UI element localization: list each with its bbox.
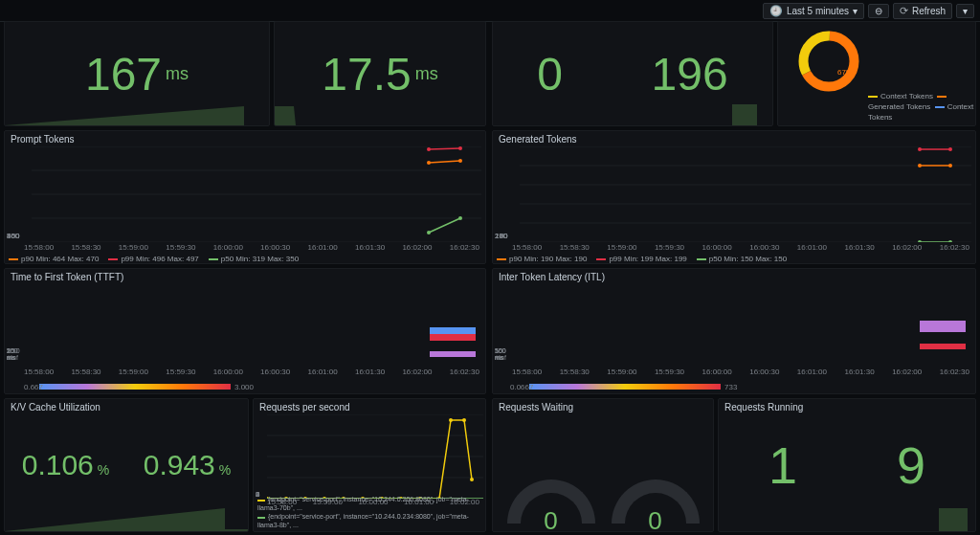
stat-unit: ms	[166, 64, 189, 84]
svg-point-22	[918, 147, 922, 151]
stat-value: 167	[85, 48, 162, 100]
svg-point-11	[458, 146, 462, 150]
gauge: 0 {__name__="num_reque...	[612, 479, 700, 532]
panel-title: Requests Waiting	[499, 402, 573, 412]
svg-rect-33	[920, 344, 966, 349]
svg-point-24	[918, 164, 922, 167]
svg-marker-0	[5, 106, 270, 125]
line-chart	[520, 146, 971, 242]
sparkline	[719, 504, 976, 531]
stat-value: 0	[537, 48, 563, 100]
panel-title: Time to First Token (TTFT)	[11, 272, 123, 282]
stat-value: 0.106	[22, 449, 94, 480]
legend: p90 Min: 464 Max: 470 p99 Min: 496 Max: …	[9, 255, 481, 263]
x-axis: 15:58:0015:58:3015:59:0015:59:3016:00:00…	[24, 243, 479, 252]
svg-point-15	[458, 216, 462, 220]
ttft-panel[interactable]: Time to First Token (TTFT) 1 ms 10 ms 50…	[4, 268, 486, 394]
x-axis: 15:58:0015:58:3015:59:0015:59:3016:00:00…	[24, 368, 479, 376]
svg-marker-35	[127, 529, 249, 531]
stat-value: 17.5	[322, 48, 411, 100]
svg-marker-2	[732, 104, 757, 125]
panel-title: Generated Tokens	[499, 134, 577, 145]
svg-point-23	[948, 147, 952, 151]
stat-value: 196	[652, 48, 728, 100]
x-axis: 15:58:0015:58:3015:59:0015:59:3016:00:00…	[512, 243, 969, 252]
rps-panel[interactable]: Requests per second 0 1 2 3 4 15:58:0015…	[253, 398, 486, 532]
svg-rect-28	[430, 334, 476, 341]
svg-point-14	[427, 231, 431, 234]
color-scale	[529, 384, 721, 390]
refresh-interval-dropdown[interactable]: ▾	[956, 4, 974, 18]
stat-unit: ms	[415, 64, 438, 84]
donut-chart	[795, 28, 862, 95]
panel-title: K/V Cache Utilization	[11, 402, 100, 412]
itl-panel[interactable]: Inter Token Latency (ITL) 1 ms 50 ms 150…	[492, 268, 976, 394]
svg-rect-30	[430, 351, 476, 357]
heatmap	[39, 284, 481, 361]
stat-value: 1	[768, 435, 797, 495]
gauge: 0 {__name__="num_reque...	[507, 479, 595, 532]
slice-label: 33%	[813, 33, 828, 42]
chevron-down-icon: ▾	[853, 6, 858, 16]
sparkline	[275, 99, 486, 125]
refresh-label: Refresh	[912, 6, 946, 16]
color-scale	[39, 384, 231, 390]
legend: {endpoint="service-port", instance="10.2…	[257, 495, 485, 529]
zoom-out-button[interactable]: ⊖	[868, 4, 889, 18]
requests-running-panel[interactable]: Requests Running 1 9	[718, 398, 976, 532]
svg-rect-32	[920, 326, 966, 332]
zoom-out-icon: ⊖	[875, 6, 882, 16]
generated-tokens-panel[interactable]: Generated Tokens 150 160 170 180 190 200…	[492, 130, 976, 264]
svg-point-12	[427, 161, 431, 165]
svg-rect-29	[430, 327, 476, 334]
svg-rect-31	[920, 321, 966, 326]
panel-title: Prompt Tokens	[11, 134, 75, 145]
sparkline	[5, 504, 249, 531]
sparkline	[5, 99, 270, 125]
refresh-button[interactable]: ⟳ Refresh	[893, 3, 952, 19]
panel-title: Requests per second	[259, 402, 350, 412]
gauge-value: 0	[544, 506, 557, 532]
donut-legend: Context Tokens Generated Tokens Context …	[868, 91, 975, 126]
panel-title: Inter Token Latency (ITL)	[499, 272, 605, 282]
panel-title: Requests Running	[724, 402, 803, 412]
line-chart	[32, 146, 481, 242]
stat-panel-1[interactable]: 167ms	[4, 21, 270, 126]
x-axis: 15:58:0015:58:3015:59:0015:59:3016:00:00…	[512, 368, 969, 376]
clock-icon: 🕘	[769, 5, 783, 17]
svg-point-53	[470, 478, 474, 481]
time-range-label: Last 5 minutes	[787, 6, 849, 16]
prompt-tokens-panel[interactable]: Prompt Tokens 300 350 400 450 500 15:58:…	[4, 130, 486, 264]
slice-label: 67%	[837, 68, 853, 77]
svg-point-26	[918, 240, 922, 242]
chevron-down-icon: ▾	[963, 6, 968, 16]
sparkline	[493, 99, 773, 125]
svg-point-51	[449, 418, 453, 422]
svg-point-25	[948, 164, 952, 167]
svg-point-52	[462, 418, 466, 422]
refresh-icon: ⟳	[900, 5, 908, 17]
svg-marker-1	[275, 106, 296, 125]
svg-point-10	[427, 147, 431, 151]
heatmap	[529, 284, 971, 361]
svg-point-13	[458, 159, 462, 163]
legend: p90 Min: 190 Max: 190 p99 Min: 199 Max: …	[497, 255, 971, 263]
svg-point-27	[948, 240, 952, 242]
svg-marker-34	[5, 508, 225, 531]
stat-value: 0.943	[144, 449, 215, 480]
gauge-value: 0	[648, 506, 661, 532]
donut-panel[interactable]: 33% 67% Context Tokens Generated Tokens …	[777, 21, 976, 126]
kv-cache-panel[interactable]: K/V Cache Utilization 0.106% 0.943%	[4, 398, 249, 532]
time-range-picker[interactable]: 🕘 Last 5 minutes ▾	[763, 3, 864, 19]
stat-value: 9	[897, 435, 925, 495]
line-chart	[267, 414, 483, 499]
stat-panel-3-4[interactable]: 0 196	[492, 21, 773, 126]
requests-waiting-panel[interactable]: Requests Waiting 0 {__name__="num_reque.…	[492, 398, 714, 532]
svg-marker-54	[939, 508, 968, 531]
stat-panel-2[interactable]: 17.5ms	[274, 21, 486, 126]
